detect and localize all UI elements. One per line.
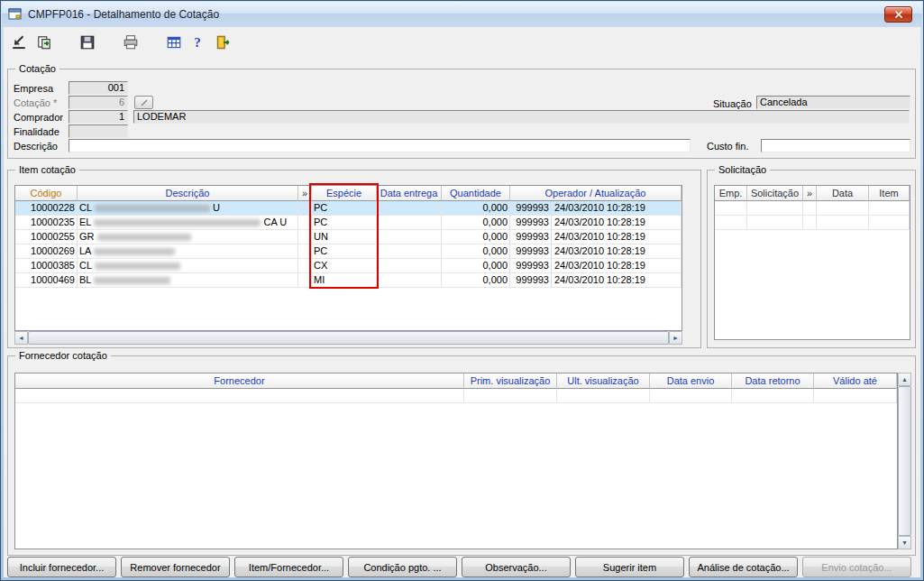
custo-label: Custo fin. [707, 140, 759, 152]
cell [715, 216, 747, 229]
table-row[interactable]: 10000255 GR UN 0,000 99999324/03/2010 10… [15, 230, 682, 244]
cell [869, 201, 910, 215]
column-header-operador[interactable]: Operador / Atualização [510, 186, 682, 201]
cell-entrega [377, 244, 442, 258]
scroll-thumb[interactable] [28, 331, 669, 345]
cell-codigo: 10000255 [15, 230, 78, 244]
condicao-pgto-button[interactable]: Condição pgto. ... [348, 557, 457, 577]
cell-especie: PC [312, 201, 377, 215]
grid-icon [166, 34, 182, 51]
column-header-solicitacao[interactable]: Solicitação [747, 186, 803, 201]
empty-row [715, 216, 910, 230]
close-button[interactable] [884, 6, 912, 23]
incluir-fornecedor-button[interactable]: Incluir fornecedor... [7, 557, 116, 577]
item-fornecedor-button[interactable]: Item/Fornecedor... [234, 557, 343, 577]
item-table-header: Código Descrição » Espécie Data entrega … [15, 186, 682, 201]
column-header-item[interactable]: Item [869, 186, 910, 201]
save-icon [79, 34, 96, 51]
column-header-data[interactable]: Data [817, 186, 869, 201]
sugerir-item-button[interactable]: Sugerir item [575, 557, 684, 577]
cell-especie: CX [312, 259, 377, 272]
window-title: CMPFP016 - Detalhamento de Cotação [28, 8, 219, 21]
table-row[interactable]: 10000385 CL CX 0,000 99999324/03/2010 10… [15, 259, 682, 273]
title-bar: CMPFP016 - Detalhamento de Cotação [2, 2, 922, 27]
analise-de-cotacao-button[interactable]: Análise de cotação... [689, 557, 798, 577]
scroll-up-icon[interactable]: ▲ [898, 373, 911, 386]
group-fornecedor-legend: Fornecedor cotação [15, 350, 111, 361]
cell-quantidade: 0,000 [442, 273, 510, 287]
cell [803, 216, 817, 229]
column-header-data-envio[interactable]: Data envio [650, 374, 732, 389]
column-header-data-entrega[interactable]: Data entrega [377, 186, 442, 201]
print-button[interactable] [121, 32, 141, 52]
cotacao-field: 6 [69, 96, 128, 109]
descricao-field[interactable] [69, 139, 691, 152]
cell-codigo: 10000228 [15, 201, 78, 215]
column-header-emp[interactable]: Emp. [715, 186, 747, 201]
close-icon [893, 10, 904, 19]
exit-button[interactable] [213, 32, 233, 52]
redacted-text [94, 219, 261, 226]
column-header-chevron[interactable]: » [298, 186, 312, 201]
table-row[interactable]: 10000469 BL MI 0,000 99999324/03/2010 10… [15, 273, 682, 288]
table-row[interactable]: 10000269 LA PC 0,000 99999324/03/2010 10… [15, 244, 682, 259]
table-row[interactable]: 10000235 ELCA U PC 0,000 99999324/03/201… [15, 216, 682, 230]
fornecedor-vertical-scrollbar[interactable]: ▲ ▼ [898, 373, 911, 549]
column-header-descricao[interactable]: Descrição [78, 186, 298, 201]
help-button[interactable]: ? [188, 32, 207, 52]
column-header-chevron[interactable]: » [803, 186, 817, 201]
remover-fornecedor-button[interactable]: Remover fornecedor [121, 557, 230, 577]
situacao-label: Situação [713, 97, 758, 110]
cell-descricao: GR [78, 230, 298, 244]
cell [803, 201, 817, 215]
toolbar: ? [9, 31, 233, 54]
column-header-data-retorno[interactable]: Data retorno [732, 374, 814, 389]
redacted-text [97, 234, 191, 241]
column-header-valido-ate[interactable]: Válido até [814, 374, 897, 389]
scroll-track [28, 331, 669, 345]
app-icon [8, 7, 23, 22]
cell-entrega [377, 216, 442, 229]
table-row[interactable]: 10000228 CLU PC 0,000 99999324/03/2010 1… [15, 201, 682, 216]
scroll-right-icon[interactable]: ► [669, 331, 682, 345]
save-button[interactable] [78, 32, 97, 52]
cell-operador: 99999324/03/2010 10:28:19 [510, 273, 682, 287]
cell-entrega [377, 273, 442, 287]
item-table: Código Descrição » Espécie Data entrega … [14, 185, 682, 331]
column-header-ult-visualizacao[interactable]: Ult. visualização [557, 374, 650, 389]
footer-button-bar: Incluir fornecedor... Remover fornecedor… [7, 557, 911, 577]
cell-especie: UN [312, 230, 377, 244]
scroll-left-icon[interactable]: ◄ [14, 331, 28, 345]
implant-button[interactable] [9, 32, 29, 52]
cotacao-label: Cotação * [14, 97, 66, 109]
custo-field[interactable] [761, 139, 910, 152]
grid-button[interactable] [164, 32, 184, 52]
item-table-horizontal-scrollbar[interactable]: ◄ ► [14, 331, 682, 345]
observacao-button[interactable]: Observação... [462, 557, 571, 577]
column-header-prim-visualizacao[interactable]: Prim. visualização [464, 374, 557, 389]
redacted-text [94, 248, 175, 255]
cell-chevron [298, 201, 312, 215]
column-header-quantidade[interactable]: Quantidade [442, 186, 510, 201]
copy-record-button[interactable] [34, 32, 54, 52]
column-header-especie[interactable]: Espécie [312, 186, 377, 201]
cell [817, 201, 869, 215]
zoom-button[interactable] [134, 96, 153, 109]
copy-record-icon [36, 34, 52, 51]
situacao-field: Cancelada [756, 96, 910, 109]
empresa-label: Empresa [14, 82, 66, 95]
cell-chevron [298, 259, 312, 272]
scroll-down-icon[interactable]: ▼ [898, 536, 911, 549]
empresa-field: 001 [69, 81, 128, 95]
scroll-thumb[interactable] [898, 386, 911, 536]
cell-descricao: ELCA U [78, 216, 298, 229]
redacted-text [95, 205, 210, 212]
cell [650, 389, 732, 402]
column-header-fornecedor[interactable]: Fornecedor [15, 374, 464, 389]
cell-chevron [298, 244, 312, 258]
empty-row [715, 201, 910, 216]
column-header-codigo[interactable]: Código [15, 186, 78, 201]
comprador-label: Comprador [14, 111, 66, 124]
cell [732, 389, 814, 402]
scroll-track [898, 386, 911, 536]
